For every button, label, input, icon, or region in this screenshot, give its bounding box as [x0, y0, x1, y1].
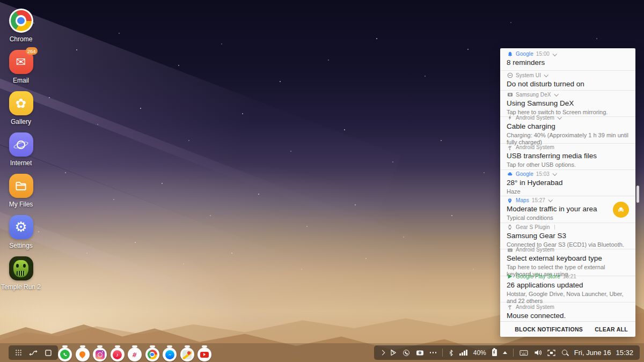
notification-app-name: Samsung DeX — [516, 92, 551, 98]
taskbar-app-whatsapp[interactable] — [58, 345, 72, 362]
taskbar-app-chrome[interactable] — [145, 345, 159, 362]
desktop-icon-my-files[interactable]: My Files — [5, 174, 36, 215]
music-note-icon: ♪ — [113, 350, 122, 359]
notification-app-name: Google — [516, 171, 533, 178]
battery-charging-icon[interactable] — [492, 349, 497, 356]
google-maps-pin-icon — [507, 197, 513, 204]
notification-title: Cable charging — [507, 122, 630, 131]
chevron-down-icon[interactable] — [554, 92, 558, 96]
notification-google-reminders[interactable]: Google 15:00 8 reminders — [500, 48, 635, 71]
tray-divider — [442, 349, 443, 357]
block-notifications-button[interactable]: BLOCK NOTIFICATIONS — [515, 326, 583, 333]
notification-usb-media[interactable]: Android System USB transferring media fi… — [500, 144, 635, 170]
samsung-dex-tray-icon[interactable] — [416, 350, 424, 356]
signal-strength-icon[interactable] — [459, 350, 467, 356]
desktop-icon-label: Settings — [9, 242, 32, 249]
keyboard-tray-icon[interactable] — [519, 350, 528, 356]
desktop-icon-chrome[interactable]: Chrome — [5, 9, 36, 50]
chevron-down-icon[interactable] — [558, 115, 562, 119]
desktop-icon-internet[interactable]: Internet — [5, 132, 36, 174]
battery-percent: 40% — [473, 349, 486, 357]
taskbar-app-youtube[interactable] — [197, 345, 211, 362]
youtube-icon — [200, 352, 209, 358]
clock[interactable]: Fri, June 16 15:32 — [574, 349, 633, 357]
watch-icon — [507, 224, 513, 231]
notification-samsung-dex[interactable]: Samsung DeX Using Samsung DeX Tap here t… — [500, 91, 635, 117]
desktop-icon-email[interactable]: ✉264 Email — [5, 50, 36, 91]
taskbar-shortcuts: ♪ # — [58, 343, 211, 362]
notification-maps-traffic[interactable]: Maps 15:27 Moderate traffic in your area… — [500, 196, 635, 223]
notification-app-name: Android System — [516, 115, 554, 121]
clock-date: Fri, June 16 — [574, 349, 611, 357]
desktop-icon-label: Gallery — [11, 118, 31, 125]
notification-time: 15:03 — [536, 171, 550, 178]
clock-time: 15:32 — [616, 349, 633, 357]
samsung-dex-desktop: Chrome ✉264 Email ✿ Gallery Internet My … — [0, 0, 644, 362]
tray-more-icon[interactable] — [430, 352, 437, 353]
notification-time: 15:21 — [563, 274, 576, 280]
notification-app-name: Google — [516, 51, 533, 57]
notification-mouse-connected[interactable]: Android System Mouse connected. — [500, 302, 635, 322]
show-desktop-button[interactable] — [41, 345, 56, 360]
notification-app-name: Google Play Store — [516, 274, 560, 280]
taskbar-app-apple-music[interactable]: ♪ — [111, 345, 125, 362]
notification-do-not-disturb[interactable]: System UI Do not disturb turned on — [500, 71, 635, 91]
notification-weather[interactable]: Google 15:03 28° in Hyderabad Haze — [500, 170, 635, 196]
email-envelope-icon: ✉264 — [9, 50, 33, 74]
notification-app-name: System UI — [516, 72, 541, 79]
whatsapp-tray-icon[interactable] — [402, 349, 410, 357]
chevron-down-icon[interactable] — [553, 171, 557, 175]
desktop-icon-temple-run-2[interactable]: Temple Run 2 — [5, 256, 36, 298]
notification-keyboard-type[interactable]: Android System Select external keyboard … — [500, 249, 635, 276]
taskbar-app-messenger[interactable] — [163, 345, 177, 362]
tray-expand-icon[interactable] — [380, 351, 384, 354]
desktop-shortcuts: Chrome ✉264 Email ✿ Gallery Internet My … — [5, 9, 36, 298]
gear-icon: ⚙ — [9, 215, 33, 239]
screen-capture-icon[interactable] — [547, 350, 555, 356]
caret-up-icon[interactable] — [503, 351, 507, 354]
notification-app-name: Android System — [516, 247, 554, 253]
notification-title: 8 reminders — [507, 58, 630, 67]
notification-play-store-updates[interactable]: Google Play Store 15:21 26 applications … — [500, 276, 635, 302]
desktop-icon-gallery[interactable]: ✿ Gallery — [5, 91, 36, 132]
notification-body: Haze — [507, 188, 630, 195]
panel-scrollbar-thumb[interactable] — [636, 186, 639, 203]
notification-title: Mouse connected. — [507, 312, 630, 320]
chevron-down-icon[interactable] — [548, 198, 553, 202]
desktop-icon-settings[interactable]: ⚙ Settings — [5, 215, 36, 256]
taskbar-app-instagram[interactable] — [93, 345, 107, 362]
notification-title: USB transferring media files — [507, 152, 630, 160]
desktop-icon-label: Internet — [10, 159, 32, 167]
bluetooth-icon[interactable] — [449, 349, 453, 357]
temple-run-face-icon — [9, 256, 33, 280]
chevron-down-icon[interactable] — [544, 73, 548, 77]
play-store-icon — [507, 274, 513, 280]
notification-title: Moderate traffic in your area — [507, 205, 630, 213]
messenger-bolt-icon — [165, 350, 174, 359]
instagram-icon — [96, 350, 105, 359]
notification-title: 28° in Hyderabad — [507, 179, 630, 187]
running-indicator — [167, 345, 172, 348]
notification-cable-charging[interactable]: Android System Cable charging Charging: … — [500, 117, 635, 143]
notification-gear-s3[interactable]: Gear S Plugin Samsung Gear S3 Connected … — [500, 223, 635, 249]
desktop-icon-label: Email — [13, 77, 29, 84]
chevron-down-icon[interactable] — [553, 51, 557, 56]
notification-app-name: Android System — [516, 144, 554, 151]
notification-panel-footer: BLOCK NOTIFICATIONS CLEAR ALL — [500, 322, 635, 337]
play-store-tray-icon[interactable] — [390, 349, 397, 356]
recent-apps-button[interactable] — [26, 345, 41, 360]
notification-title: Using Samsung DeX — [507, 99, 630, 108]
desktop-icon-label: Chrome — [10, 35, 33, 43]
chrome-icon — [9, 9, 33, 33]
notification-title: Samsung Gear S3 — [507, 232, 630, 240]
taskbar-app-slack[interactable]: # — [128, 345, 142, 362]
clear-all-button[interactable]: CLEAR ALL — [595, 326, 628, 333]
taskbar-app-swiggy[interactable] — [76, 345, 90, 362]
taskbar-app-google-maps[interactable] — [180, 345, 194, 362]
search-icon[interactable] — [561, 349, 568, 356]
apps-grid-button[interactable] — [11, 345, 26, 360]
volume-icon[interactable] — [534, 349, 541, 356]
running-indicator — [115, 345, 120, 348]
google-maps-icon — [182, 350, 192, 359]
running-indicator — [132, 345, 137, 348]
